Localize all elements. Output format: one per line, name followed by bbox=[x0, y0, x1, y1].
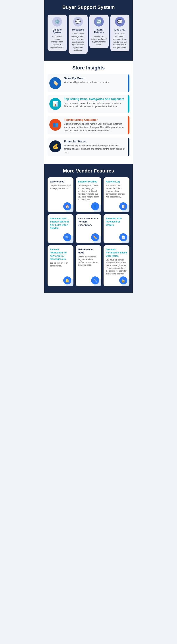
vendor-card-supplier-profiles: Supplier Profiles Create supplier profil… bbox=[76, 177, 102, 212]
messages-card-title: Messages bbox=[70, 28, 86, 31]
top-selling-title: Top Selling Items, Categories And Suppli… bbox=[64, 97, 126, 100]
store-insights-section: Store Insights 🏷️ Sales By Month Vendors… bbox=[44, 60, 133, 164]
sales-icon: 🏷️ bbox=[49, 77, 61, 89]
sales-icon-wrap: 🏷️ bbox=[48, 74, 63, 92]
financial-title: Financial States bbox=[64, 140, 126, 143]
dispute-icon-circle: ⚙️ bbox=[52, 17, 62, 26]
refunds-icon-circle: ↩️ bbox=[94, 17, 104, 26]
support-card-messages: 💬 Messages Full-featured message inbox, … bbox=[68, 14, 88, 54]
top-selling-desc: See your most popular items list, catego… bbox=[64, 102, 126, 108]
warehouses-title: Warehouses bbox=[50, 180, 64, 183]
top-customer-content: Top/Returning Customer Customer list who… bbox=[63, 116, 128, 134]
vendor-card-notifications: Receive notification for new orders / me… bbox=[48, 245, 74, 286]
support-cards-row: ⚙️ Dispute System A complete dispute man… bbox=[48, 14, 130, 54]
pdf-invoices-title: Beautiful PDF Invoices For Orders. bbox=[106, 217, 127, 226]
financial-icon: 💰 bbox=[49, 140, 61, 152]
notifications-title: Receive notification for new orders / me… bbox=[50, 248, 71, 260]
top-selling-right-bar bbox=[128, 95, 130, 113]
supplier-profiles-title: Supplier Profiles bbox=[78, 180, 97, 183]
buyer-support-section: Buyer Support System ⚙️ Dispute System A… bbox=[44, 0, 133, 60]
refunds-card-title: Return/ Refunds bbox=[91, 28, 107, 34]
supplier-profiles-desc: Create supplier profiles you frequently … bbox=[78, 184, 99, 201]
pdf-invoices-icon-wrap: 📄 bbox=[106, 233, 127, 241]
advanced-seo-title: Advanced SEO Support Without Any Extra E… bbox=[50, 217, 71, 230]
top-customer-icon: 👥 bbox=[49, 119, 61, 131]
insight-financial: 💰 Financial States Financial insights wi… bbox=[48, 138, 130, 156]
pdf-invoices-icon: 📄 bbox=[119, 233, 127, 241]
insight-sales-by-month: 🏷️ Sales By Month Vendors will get sales… bbox=[48, 74, 130, 92]
advanced-seo-icon: 🔍 bbox=[63, 233, 71, 241]
notifications-desc: Can be turn on or off from settings. bbox=[50, 262, 71, 275]
vendor-cards-row2: Advanced SEO Support Without Any Extra E… bbox=[48, 214, 130, 243]
dynamic-permissions-icon: 🔒 bbox=[119, 276, 127, 284]
activity-log-icon: 📋 bbox=[119, 202, 127, 210]
financial-right-bar bbox=[128, 138, 130, 156]
sales-content: Sales By Month Vendors will get sales re… bbox=[63, 74, 128, 86]
sales-title: Sales By Month bbox=[64, 76, 126, 80]
supplier-profiles-icon-wrap: 👤 bbox=[78, 202, 99, 210]
top-selling-icon: 📊 bbox=[49, 98, 61, 110]
vendor-features-section: More Vendor Features Warehouses List you… bbox=[44, 164, 133, 293]
livechat-icon-circle: 💬 bbox=[115, 17, 125, 26]
dynamic-permissions-icon-wrap: 🔒 bbox=[106, 276, 127, 284]
financial-icon-wrap: 💰 bbox=[48, 138, 63, 155]
top-customer-title: Top/Returning Customer bbox=[64, 118, 126, 122]
top-selling-content: Top Selling Items, Categories And Suppli… bbox=[63, 95, 128, 110]
activity-log-desc: The system keep records for orders, disp… bbox=[106, 184, 127, 201]
livechat-card-desc: It's a small window for shoppers. It can… bbox=[112, 32, 128, 49]
support-card-refunds: ↩️ Return/ Refunds Vendor can initiate a… bbox=[90, 14, 109, 48]
financial-content: Financial States Financial insights with… bbox=[63, 138, 128, 156]
vendor-card-dynamic-permissions: Dynamic Permission Based User Roles You … bbox=[104, 245, 130, 286]
top-customer-right-bar bbox=[128, 116, 130, 134]
notifications-icon: 🔔 bbox=[63, 276, 71, 284]
advanced-seo-icon-wrap: 🔍 bbox=[50, 233, 71, 241]
maintenance-title: Maintenance Mode bbox=[78, 248, 99, 254]
top-customer-icon-wrap: 👥 bbox=[48, 116, 63, 134]
maintenance-desc: Set the maintenance flag for the whole p… bbox=[78, 256, 99, 275]
maintenance-icon-wrap: 🔧 bbox=[78, 276, 99, 284]
support-card-dispute: ⚙️ Dispute System A complete dispute man… bbox=[48, 14, 67, 51]
insight-top-selling: 📊 Top Selling Items, Categories And Supp… bbox=[48, 95, 130, 113]
financial-desc: Financial insights with detail breakdown… bbox=[64, 144, 126, 154]
vendor-features-title: More Vendor Features bbox=[48, 168, 130, 174]
vendor-card-pdf-invoices: Beautiful PDF Invoices For Orders. 📄 bbox=[104, 214, 130, 243]
livechat-card-title: Live Chat bbox=[112, 28, 128, 31]
activity-log-icon-wrap: 📋 bbox=[106, 202, 127, 210]
support-card-livechat: 💬 Live Chat It's a small window for shop… bbox=[110, 14, 130, 51]
refunds-card-desc: Vendor can initiate a refund if buyer wh… bbox=[91, 35, 107, 46]
vendor-card-maintenance: Maintenance Mode Set the maintenance fla… bbox=[76, 245, 102, 286]
vendor-card-advanced-seo: Advanced SEO Support Without Any Extra E… bbox=[48, 214, 74, 243]
maintenance-icon: 🔧 bbox=[91, 276, 99, 284]
warehouses-icon: 🏠 bbox=[63, 202, 71, 210]
top-customer-desc: Customer list who spends more in your st… bbox=[64, 122, 126, 132]
top-selling-icon-wrap: 📊 bbox=[48, 95, 63, 113]
sales-right-bar bbox=[128, 74, 130, 92]
dynamic-permissions-desc: You have full control over users. Create… bbox=[106, 258, 127, 275]
rich-html-title: Rich HTML Editor For Item Description. bbox=[78, 217, 99, 226]
vendor-cards-row3: Receive notification for new orders / me… bbox=[48, 245, 130, 286]
vendor-cards-row1: Warehouses List your warehouses to manag… bbox=[48, 177, 130, 212]
activity-log-title: Activity Log bbox=[106, 180, 120, 183]
dispute-card-title: Dispute System bbox=[49, 28, 65, 34]
messages-card-desc: Full-featured message inbox, receives, a… bbox=[70, 32, 86, 52]
vendor-card-rich-html: Rich HTML Editor For Item Description. ✏… bbox=[76, 214, 102, 243]
rich-html-icon: ✏️ bbox=[91, 233, 99, 241]
messages-icon-circle: 💬 bbox=[73, 17, 83, 26]
rich-html-icon-wrap: ✏️ bbox=[78, 233, 99, 241]
vendor-card-activity-log: Activity Log The system keep records for… bbox=[104, 177, 130, 212]
notifications-icon-wrap: 🔔 bbox=[50, 276, 71, 284]
insight-top-customer: 👥 Top/Returning Customer Customer list w… bbox=[48, 116, 130, 134]
warehouses-icon-wrap: 🏠 bbox=[50, 202, 71, 210]
buyer-support-title: Buyer Support System bbox=[48, 4, 130, 10]
dynamic-permissions-title: Dynamic Permission Based User Roles bbox=[106, 248, 127, 258]
supplier-profiles-icon: 👤 bbox=[91, 202, 99, 210]
vendor-card-warehouses: Warehouses List your warehouses to manag… bbox=[48, 177, 74, 212]
sales-desc: Vendors will get sales report based on m… bbox=[64, 81, 126, 84]
warehouses-desc: List your warehouses to manage your stoc… bbox=[50, 184, 71, 201]
dispute-card-desc: A complete dispute management system to … bbox=[49, 35, 65, 49]
store-insights-title: Store Insights bbox=[48, 65, 130, 71]
